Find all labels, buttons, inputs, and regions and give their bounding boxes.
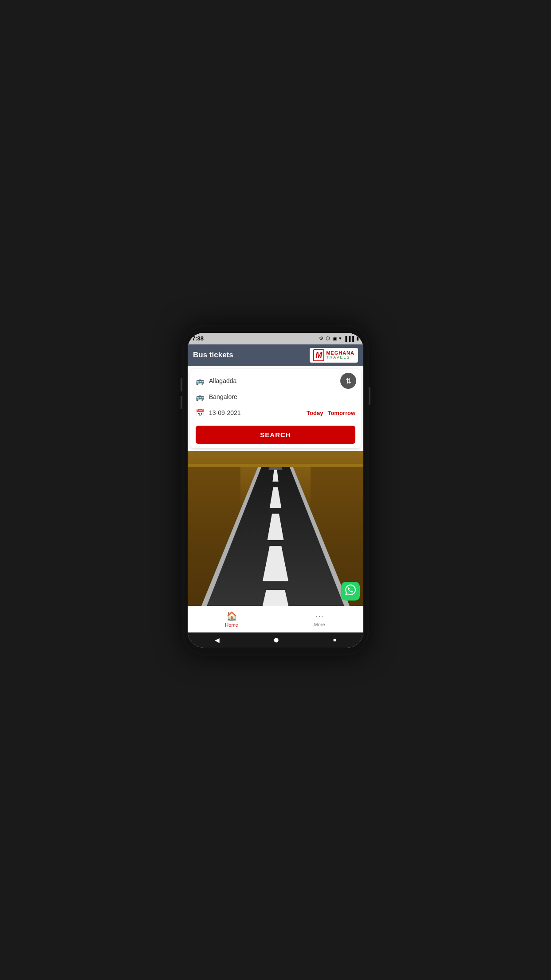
home-button[interactable]: ⬤ [274, 637, 279, 642]
logo-m-icon: M [313, 349, 324, 361]
to-input[interactable] [209, 393, 355, 400]
date-field-row: 📅 Today Tomorrow [196, 405, 355, 421]
swap-icon: ⇅ [346, 377, 351, 385]
more-label: More [314, 622, 325, 627]
nfc-icon: ▣ [332, 336, 337, 341]
app-header: Bus tickets M MEGHANA TRAVELS [188, 344, 363, 366]
from-field-row: 🚌 ⇅ [196, 373, 355, 389]
logo-travels: TRAVELS [326, 356, 354, 360]
status-bar: 7:38 ⚙ ⬡ ▣ ▾ ▐▐▐ ▮ [188, 333, 363, 344]
road-svg [188, 451, 363, 606]
brand-logo: M MEGHANA TRAVELS [310, 348, 358, 363]
date-quick-btns: Today Tomorrow [307, 410, 355, 416]
whatsapp-icon [345, 585, 356, 598]
calendar-icon: 📅 [196, 409, 205, 417]
nav-more[interactable]: ⋯ More [276, 606, 363, 632]
date-input[interactable] [209, 409, 302, 416]
android-nav-bar: ◀ ⬤ ■ [188, 632, 363, 648]
app-title: Bus tickets [193, 351, 233, 360]
search-button[interactable]: SEARCH [196, 426, 355, 444]
svg-rect-2 [188, 464, 363, 467]
phone-frame: 7:38 ⚙ ⬡ ▣ ▾ ▐▐▐ ▮ Bus tickets M MEGHANA… [182, 325, 369, 656]
nav-home[interactable]: 🏠 Home [188, 606, 276, 632]
back-button[interactable]: ◀ [215, 636, 220, 644]
home-label: Home [225, 622, 238, 628]
road-background [188, 451, 363, 606]
svg-marker-15 [268, 466, 283, 470]
search-form: 🚌 ⇅ 🚌 📅 Today Tomorrow [190, 369, 361, 448]
settings-icon: ⚙ [319, 336, 323, 341]
shield-icon: ⬡ [326, 336, 330, 341]
bus-from-icon: 🚌 [196, 377, 205, 385]
swap-button[interactable]: ⇅ [340, 373, 356, 389]
to-field-row: 🚌 [196, 389, 355, 405]
from-input[interactable] [209, 377, 355, 384]
signal-icon: ▐▐▐ [344, 336, 354, 341]
home-icon: 🏠 [226, 611, 237, 621]
more-icon: ⋯ [315, 611, 323, 621]
today-button[interactable]: Today [307, 410, 323, 416]
status-time: 7:38 [192, 335, 204, 342]
status-icons: ⚙ ⬡ ▣ ▾ ▐▐▐ ▮ [319, 336, 359, 341]
tomorrow-button[interactable]: Tomorrow [327, 410, 355, 416]
battery-icon: ▮ [356, 336, 359, 341]
bus-to-icon: 🚌 [196, 393, 205, 401]
whatsapp-button[interactable] [341, 582, 360, 601]
phone-screen: 7:38 ⚙ ⬡ ▣ ▾ ▐▐▐ ▮ Bus tickets M MEGHANA… [188, 333, 363, 648]
bottom-nav: 🏠 Home ⋯ More [188, 606, 363, 632]
recent-button[interactable]: ■ [333, 637, 336, 643]
logo-text-block: MEGHANA TRAVELS [326, 350, 354, 360]
wifi-icon: ▾ [339, 336, 342, 341]
